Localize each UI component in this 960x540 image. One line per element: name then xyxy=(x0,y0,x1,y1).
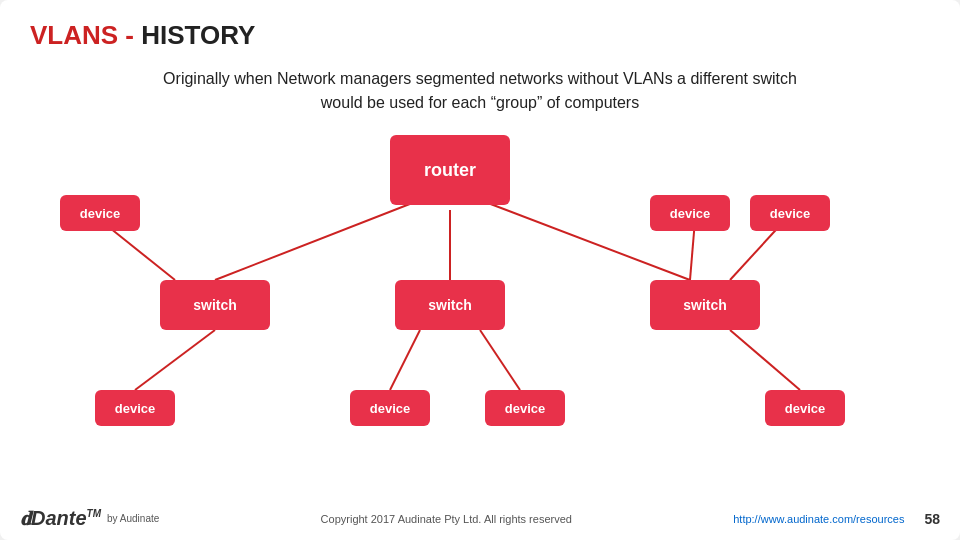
dante-logo: 𝐝DanteTM by Audinate xyxy=(20,507,159,530)
footer-link: http://www.audinate.com/resources xyxy=(733,513,904,525)
svg-line-6 xyxy=(480,330,520,390)
switch-node-right: switch xyxy=(650,280,760,330)
device-node-bottom-left: device xyxy=(95,390,175,426)
svg-line-9 xyxy=(730,330,800,390)
device-node-bottom-right: device xyxy=(765,390,845,426)
device-node-top-left: device xyxy=(60,195,140,231)
svg-line-4 xyxy=(135,330,215,390)
device-node-bottom-mid-left: device xyxy=(350,390,430,426)
device-node-bottom-mid-right: device xyxy=(485,390,565,426)
svg-line-5 xyxy=(390,330,420,390)
subtitle-text: Originally when Network managers segment… xyxy=(30,67,930,115)
title-highlight: VLANS - xyxy=(30,20,141,50)
device-node-top-right-2: device xyxy=(750,195,830,231)
diagram: router device device device switch switc… xyxy=(30,135,930,455)
device-node-top-right-1: device xyxy=(650,195,730,231)
page-number: 58 xyxy=(924,511,940,527)
svg-line-0 xyxy=(215,200,420,280)
router-node: router xyxy=(390,135,510,205)
slide-title: VLANS - HISTORY xyxy=(30,20,930,51)
footer: 𝐝DanteTM by Audinate Copyright 2017 Audi… xyxy=(0,507,960,530)
switch-node-middle: switch xyxy=(395,280,505,330)
switch-node-left: switch xyxy=(160,280,270,330)
copyright-text: Copyright 2017 Audinate Pty Ltd. All rig… xyxy=(321,513,572,525)
title-normal: HISTORY xyxy=(141,20,255,50)
slide: VLANS - HISTORY Originally when Network … xyxy=(0,0,960,540)
